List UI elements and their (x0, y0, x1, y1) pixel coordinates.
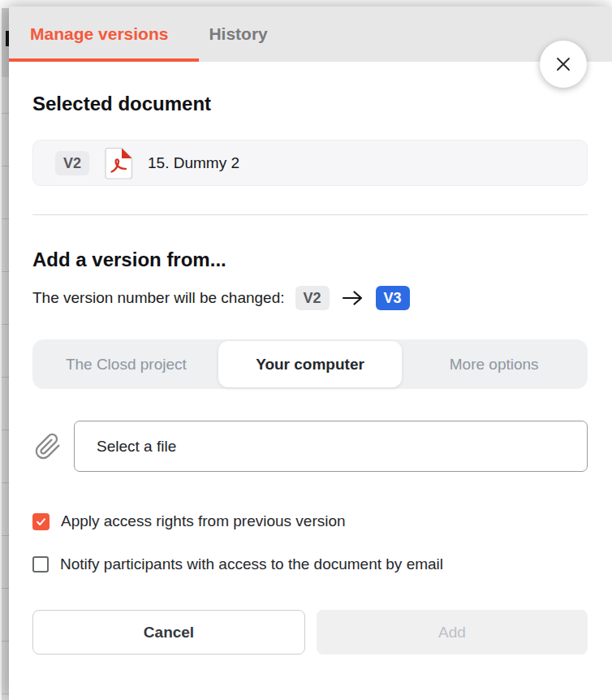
manage-versions-dialog: Manage versions History Selected documen… (9, 6, 612, 700)
file-select-row: Select a file (32, 421, 588, 472)
tab-history[interactable]: History (209, 24, 267, 44)
cancel-button[interactable]: Cancel (32, 610, 305, 655)
dialog-tabbar: Manage versions History (9, 6, 612, 62)
background-page-sliver (2, 8, 9, 700)
notify-participants-checkbox[interactable] (32, 556, 49, 573)
to-version-badge: V3 (376, 286, 410, 310)
add-version-heading: Add a version from... (32, 248, 588, 271)
notify-participants-label: Notify participants with access to the d… (60, 555, 443, 573)
version-badge: V2 (55, 151, 89, 175)
dialog-content: Selected document V2 15. Dummy 2 Add a v… (9, 93, 612, 655)
arrow-right-icon (342, 290, 364, 306)
pdf-icon (105, 147, 133, 179)
version-change-line: The version number will be changed: V2 V… (32, 286, 588, 310)
selected-document-card: V2 15. Dummy 2 (32, 140, 588, 186)
apply-access-rights-row: Apply access rights from previous versio… (32, 512, 588, 530)
source-tab-group: The Closd project Your computer More opt… (32, 339, 588, 389)
tab-manage-versions[interactable]: Manage versions (30, 24, 168, 44)
source-tab-closd-project[interactable]: The Closd project (34, 341, 218, 387)
source-tab-more-options[interactable]: More options (402, 341, 586, 387)
apply-access-rights-checkbox[interactable] (32, 513, 50, 530)
notify-participants-row: Notify participants with access to the d… (32, 555, 588, 573)
selected-document-heading: Selected document (32, 93, 588, 115)
active-tab-underline (9, 58, 199, 62)
from-version-badge: V2 (295, 286, 330, 310)
paperclip-icon (34, 430, 62, 464)
add-button[interactable]: Add (317, 610, 588, 655)
close-icon (554, 54, 573, 74)
close-button[interactable] (540, 41, 587, 88)
section-divider (32, 214, 588, 215)
checkmark-icon (35, 516, 47, 528)
apply-access-rights-label: Apply access rights from previous versio… (61, 512, 346, 530)
source-tab-your-computer[interactable]: Your computer (218, 341, 403, 387)
document-title: 15. Dummy 2 (148, 154, 239, 172)
dialog-footer: Cancel Add (32, 610, 588, 655)
select-file-input[interactable]: Select a file (74, 421, 588, 472)
version-change-text: The version number will be changed: (32, 289, 285, 307)
